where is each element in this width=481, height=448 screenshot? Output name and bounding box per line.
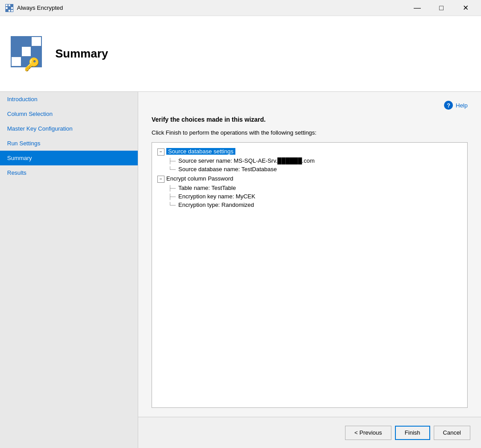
verify-text: Verify the choices made in this wizard. [152,116,468,123]
wizard-header: 🔑 Summary [0,16,481,92]
title-bar: Always Encrypted — □ ✕ [0,0,481,16]
minimize-button[interactable]: — [407,2,428,14]
tree-toggle-source-db[interactable]: − [157,148,164,156]
svg-rect-5 [8,7,10,9]
main-content: ? Help Verify the choices made in this w… [138,92,481,448]
wizard-body: Introduction Column Selection Master Key… [0,92,481,448]
svg-rect-6 [11,7,13,9]
tree-leaf-db-name: └─ Source database name: TestDatabase [166,166,462,173]
source-db-children: ├─ Source server name: MS-SQL-AE-Srv.███… [166,157,462,173]
svg-rect-3 [11,4,13,6]
previous-button[interactable]: < Previous [345,426,391,440]
tree-node-encrypt-col: − Encrypt column Password [157,175,462,183]
tree-panel: − Source database settings ├─ Source ser… [152,142,468,408]
enc-type-text: Encryption type: Randomized [178,201,254,208]
window-controls: — □ ✕ [407,2,476,14]
leaf-line-3: ├─ [168,185,176,191]
tree-leaf-key-name: ├─ Encryption key name: MyCEK [166,193,462,200]
tree-node-source-db: − Source database settings [157,148,462,156]
title-bar-left: Always Encrypted [5,4,63,12]
sidebar-item-master-key-configuration[interactable]: Master Key Configuration [0,121,138,136]
leaf-line-2: └─ [168,166,176,173]
sidebar-item-results[interactable]: Results [0,165,138,180]
finish-button[interactable]: Finish [395,426,430,440]
help-icon: ? [444,101,453,110]
content-area: ? Help Verify the choices made in this w… [138,92,481,417]
help-row: ? Help [152,101,468,110]
app-icon [5,4,13,12]
app-title: Always Encrypted [17,4,63,11]
help-link[interactable]: Help [456,102,468,109]
svg-rect-1 [6,4,8,6]
sidebar-item-summary[interactable]: Summary [0,151,138,165]
leaf-line-5: └─ [168,202,176,208]
tree-toggle-encrypt-col[interactable]: − [157,176,164,183]
wizard-footer: < Previous Finish Cancel [138,417,481,448]
click-finish-text: Click Finish to perform the operations w… [152,129,468,136]
db-name-text: Source database name: TestDatabase [178,166,277,173]
svg-rect-8 [8,10,10,12]
key-icon: 🔑 [24,57,40,72]
maximize-button[interactable]: □ [431,2,452,14]
svg-rect-9 [11,10,13,12]
page-title: Summary [55,47,108,61]
header-icon-wrapper: 🔑 [11,36,46,72]
server-name-text: Source server name: MS-SQL-AE-Srv.██████… [178,157,315,164]
sidebar-item-column-selection[interactable]: Column Selection [0,107,138,121]
tree-leaf-server-name: ├─ Source server name: MS-SQL-AE-Srv.███… [166,157,462,164]
wizard-container: 🔑 Summary Introduction Column Selection … [0,16,481,448]
source-db-label[interactable]: Source database settings [166,148,235,155]
svg-rect-2 [8,4,10,6]
table-name-text: Table name: TestTable [178,185,236,191]
key-name-text: Encryption key name: MyCEK [178,193,255,200]
tree-leaf-table-name: ├─ Table name: TestTable [166,185,462,191]
tree-leaf-enc-type: └─ Encryption type: Randomized [166,201,462,208]
cancel-button[interactable]: Cancel [434,426,470,440]
leaf-line-4: ├─ [168,193,176,200]
sidebar: Introduction Column Selection Master Key… [0,92,138,448]
svg-rect-4 [6,7,8,9]
svg-rect-7 [6,10,8,12]
sidebar-item-introduction[interactable]: Introduction [0,92,138,107]
close-button[interactable]: ✕ [455,2,476,14]
leaf-line-1: ├─ [168,158,176,164]
encrypt-col-children: ├─ Table name: TestTable ├─ Encryption k… [166,185,462,208]
encrypt-col-label[interactable]: Encrypt column Password [166,175,233,182]
sidebar-item-run-settings[interactable]: Run Settings [0,136,138,151]
